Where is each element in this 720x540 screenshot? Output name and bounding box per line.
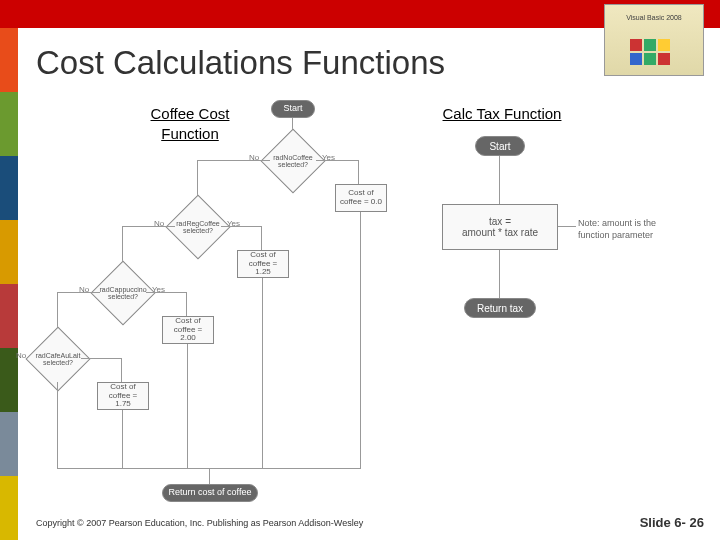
- label-no: No: [16, 351, 26, 360]
- decision-regcoffee: radRegCoffee selected?: [175, 204, 221, 250]
- note-text: Note: amount is the function parameter: [578, 218, 688, 241]
- side-stripes: [0, 28, 18, 540]
- brand-logo: Visual Basic 2008: [604, 4, 704, 76]
- result-cost-125: Cost of coffee = 1.25: [237, 250, 289, 278]
- connector: [358, 160, 359, 184]
- footer: Copyright © 2007 Pearson Education, Inc.…: [36, 515, 704, 530]
- connector: [57, 382, 58, 468]
- connector: [360, 212, 361, 468]
- slide-number: Slide 6- 26: [640, 515, 704, 530]
- left-start-terminal: Start: [271, 100, 315, 118]
- result-cost-175: Cost of coffee = 1.75: [97, 382, 149, 410]
- brand-text: Visual Basic 2008: [626, 14, 682, 21]
- right-process: tax = amount * tax rate: [442, 204, 558, 250]
- connector: [122, 226, 175, 227]
- connector: [121, 358, 122, 382]
- connector: [262, 278, 263, 468]
- decision-cappuccino-text: radCappuccino selected?: [98, 286, 148, 300]
- right-end-terminal: Return tax: [464, 298, 536, 318]
- right-start-terminal: Start: [475, 136, 525, 156]
- brand-blocks-icon: [629, 38, 679, 66]
- decision-nocoffee-text: radNoCoffee selected?: [268, 154, 318, 168]
- connector: [221, 226, 261, 227]
- connector: [146, 292, 186, 293]
- connector: [57, 292, 100, 293]
- connector: [499, 250, 500, 298]
- connector: [186, 292, 187, 316]
- connector: [209, 468, 210, 484]
- decision-regcoffee-text: radRegCoffee selected?: [173, 220, 223, 234]
- decision-cafeaulait: radCafeAuLait selected?: [35, 336, 81, 382]
- slide-title: Cost Calculations Functions: [36, 44, 445, 82]
- connector: [197, 160, 270, 161]
- result-cost-0: Cost of coffee = 0.0: [335, 184, 387, 212]
- copyright-text: Copyright © 2007 Pearson Education, Inc.…: [36, 518, 363, 528]
- decision-cafeaulait-text: radCafeAuLait selected?: [33, 352, 83, 366]
- connector: [122, 410, 123, 468]
- connector: [187, 344, 188, 468]
- result-cost-200: Cost of coffee = 2.00: [162, 316, 214, 344]
- connector: [81, 358, 121, 359]
- connector: [316, 160, 358, 161]
- connector: [261, 226, 262, 250]
- left-end-terminal: Return cost of coffee: [162, 484, 258, 502]
- right-flow-title: Calc Tax Function: [422, 104, 582, 124]
- connector: [499, 156, 500, 204]
- decision-nocoffee: radNoCoffee selected?: [270, 138, 316, 184]
- connector: [558, 226, 576, 227]
- decision-cappuccino: radCappuccino selected?: [100, 270, 146, 316]
- left-flow-title: Coffee Cost Function: [130, 104, 250, 143]
